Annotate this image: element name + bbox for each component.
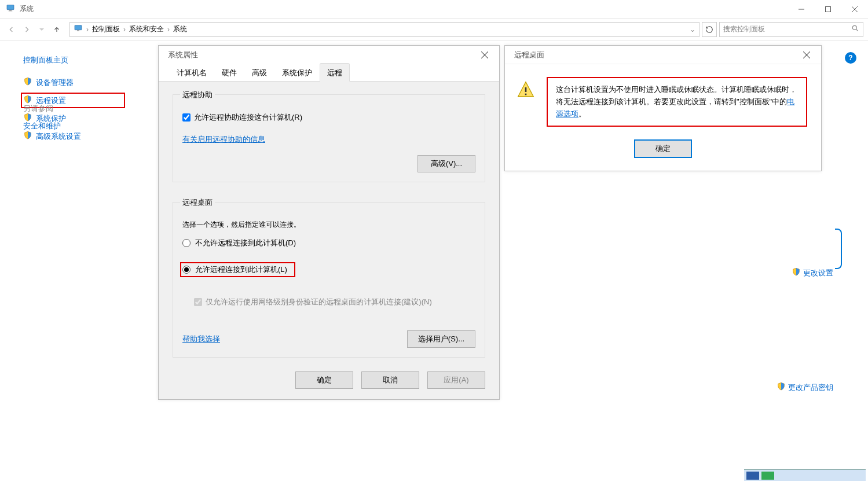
allow-remote-assistance-checkbox[interactable]: 允许远程协助连接这台计算机(R) [182, 112, 475, 123]
radio-disallow-remote[interactable]: 不允许远程连接到此计算机(D) [182, 238, 475, 248]
refresh-button[interactable] [702, 22, 717, 37]
select-users-button[interactable]: 选择用户(S)... [407, 330, 475, 348]
tab-advanced[interactable]: 高级 [244, 63, 274, 81]
checkbox-label: 允许远程协助连接这台计算机(R) [194, 112, 302, 123]
dialog-titlebar: 系统属性 [159, 46, 499, 64]
help-me-choose-link[interactable]: 帮助我选择 [182, 334, 220, 344]
shield-icon [23, 77, 32, 88]
svg-rect-2 [9, 11, 13, 12]
svg-rect-8 [77, 30, 79, 31]
breadcrumb-segment[interactable]: 控制面板 [92, 24, 120, 34]
message-text-pre: 这台计算机设置为不使用时进入睡眠或休眠状态。计算机睡眠或休眠时，将无法远程连接到… [556, 85, 797, 106]
advanced-button[interactable]: 高级(V)... [417, 155, 475, 172]
dialog-title: 系统属性 [168, 50, 198, 60]
remote-desktop-messagebox: 远程桌面 这台计算机设置为不使用时进入睡眠或休眠状态。计算机睡眠或休眠时，将无法… [504, 45, 822, 171]
search-placeholder: 搜索控制面板 [723, 24, 851, 34]
dialog-footer: 确定 取消 应用(A) [159, 362, 499, 399]
sidebar: 控制面板主页 设备管理器 远程设置 系统保护 高级系统设置 另请参阅 安全和维护 [0, 41, 133, 149]
nla-checkbox[interactable]: 仅允许运行使用网络级别身份验证的远程桌面的计算机连接(建议)(N) [194, 297, 475, 307]
svg-point-9 [852, 25, 856, 30]
sidebar-item-label: 设备管理器 [36, 78, 74, 88]
shield-icon [792, 267, 801, 278]
breadcrumb-segment[interactable]: 系统 [173, 24, 187, 34]
shield-icon [23, 131, 32, 142]
control-panel-home-link[interactable]: 控制面板主页 [23, 55, 123, 65]
nav-up-button[interactable] [50, 23, 64, 36]
navigation-bar: › 控制面板 › 系统和安全 › 系统 ⌄ 搜索控制面板 [0, 19, 868, 41]
shield-icon [777, 382, 786, 393]
tab-remote[interactable]: 远程 [320, 63, 350, 82]
window-title: 系统 [20, 4, 34, 14]
nav-back-button[interactable] [5, 23, 19, 36]
sidebar-item-device-manager[interactable]: 设备管理器 [23, 77, 123, 88]
chevron-right-icon: › [167, 25, 170, 34]
messagebox-text: 这台计算机设置为不使用时进入睡眠或休眠状态。计算机睡眠或休眠时，将无法远程连接到… [547, 77, 807, 127]
svg-rect-4 [826, 6, 831, 12]
svg-rect-7 [75, 25, 82, 30]
messagebox-body: 这台计算机设置为不使用时进入睡眠或休眠状态。计算机睡眠或休眠时，将无法远程连接到… [505, 64, 821, 139]
svg-rect-15 [525, 87, 527, 92]
checkbox-label: 仅允许运行使用网络级别身份验证的远程桌面的计算机连接(建议)(N) [206, 297, 432, 307]
svg-rect-0 [7, 5, 14, 10]
nav-history-dropdown[interactable] [35, 23, 49, 36]
checkbox-input [194, 298, 202, 306]
close-button[interactable] [841, 0, 868, 19]
link-label: 更改产品密钥 [788, 382, 833, 393]
maximize-button[interactable] [815, 0, 841, 19]
sidebar-item-label: 高级系统设置 [36, 131, 81, 142]
messagebox-titlebar: 远程桌面 [505, 46, 821, 64]
window-titlebar: 系统 [0, 0, 868, 19]
chevron-right-icon: › [123, 25, 126, 34]
messagebox-footer: 确定 [505, 139, 821, 171]
messagebox-title: 远程桌面 [514, 50, 544, 60]
dialog-close-button[interactable] [476, 46, 493, 64]
link-label: 更改设置 [803, 268, 833, 278]
taskbar-hint [744, 469, 866, 481]
radio-icon [182, 239, 191, 247]
ok-button[interactable]: 确定 [295, 371, 353, 389]
tab-computer-name[interactable]: 计算机名 [169, 63, 214, 81]
change-settings-link[interactable]: 更改设置 [792, 267, 833, 278]
dialog-tabs: 计算机名 硬件 高级 系统保护 远程 [159, 64, 499, 82]
chevron-right-icon: › [86, 25, 89, 34]
system-icon [6, 3, 15, 14]
radio-label: 允许远程连接到此计算机(L) [195, 264, 287, 275]
sidebar-item-advanced-system[interactable]: 高级系统设置 [23, 131, 123, 142]
cancel-button[interactable]: 取消 [361, 371, 419, 389]
search-icon [851, 24, 859, 34]
related-heading: 另请参阅 [23, 104, 61, 114]
tab-hardware[interactable]: 硬件 [214, 63, 244, 81]
svg-rect-1 [9, 10, 12, 10]
remote-assistance-group: 远程协助 允许远程协助连接这台计算机(R) 有关启用远程协助的信息 高级(V).… [173, 94, 485, 182]
remote-desktop-legend: 远程桌面 [180, 197, 215, 208]
tab-system-protection[interactable]: 系统保护 [274, 63, 320, 81]
minimize-button[interactable] [788, 0, 815, 19]
message-text-post: 。 [578, 109, 586, 118]
change-product-key-link[interactable]: 更改产品密钥 [777, 382, 833, 393]
related-section: 另请参阅 安全和维护 [23, 104, 61, 131]
breadcrumb[interactable]: › 控制面板 › 系统和安全 › 系统 ⌄ [69, 22, 699, 37]
chevron-down-icon[interactable]: ⌄ [690, 25, 695, 34]
security-maintenance-link[interactable]: 安全和维护 [23, 121, 61, 131]
svg-line-10 [856, 30, 858, 31]
remote-desktop-intro-text: 选择一个选项，然后指定谁可以连接。 [182, 220, 475, 230]
help-icon[interactable]: ? [845, 52, 856, 64]
remote-desktop-group: 远程桌面 选择一个选项，然后指定谁可以连接。 不允许远程连接到此计算机(D) 允… [173, 202, 485, 358]
radio-label: 不允许远程连接到此计算机(D) [195, 238, 296, 248]
remote-assistance-legend: 远程协助 [180, 90, 215, 100]
breadcrumb-segment[interactable]: 系统和安全 [129, 24, 164, 34]
remote-assistance-info-link[interactable]: 有关启用远程协助的信息 [182, 135, 265, 144]
warning-icon [517, 80, 535, 127]
computer-icon [74, 24, 83, 35]
radio-icon [182, 266, 191, 274]
apply-button[interactable]: 应用(A) [427, 371, 485, 389]
checkbox-input[interactable] [182, 113, 191, 122]
messagebox-ok-button[interactable]: 确定 [634, 139, 692, 158]
messagebox-close-button[interactable] [798, 46, 815, 64]
nav-forward-button[interactable] [20, 23, 34, 36]
svg-rect-16 [525, 94, 527, 95]
radio-allow-remote[interactable]: 允许远程连接到此计算机(L) [182, 264, 293, 275]
system-properties-dialog: 系统属性 计算机名 硬件 高级 系统保护 远程 远程协助 允许远程协助连接这台计… [158, 45, 500, 400]
search-input[interactable]: 搜索控制面板 [719, 22, 863, 37]
bracket-decoration [835, 229, 842, 269]
